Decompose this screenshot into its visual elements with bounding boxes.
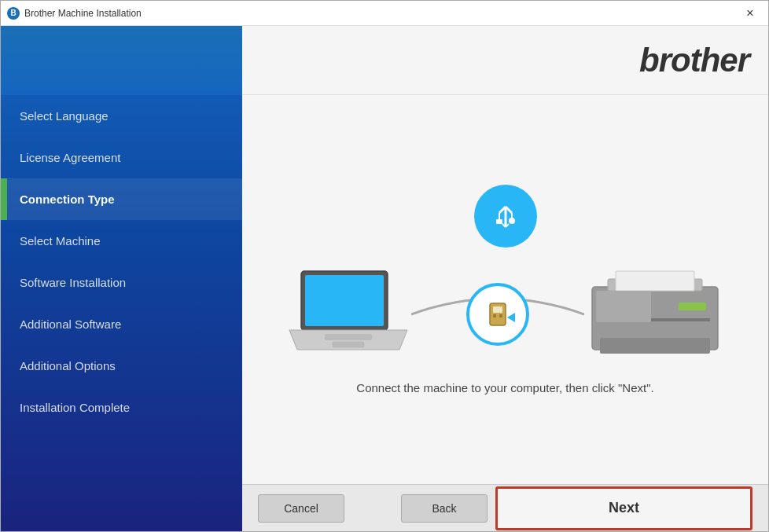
usb-port-icon	[480, 297, 515, 332]
main-window: B Brother Machine Installation × Select …	[0, 0, 769, 532]
svg-rect-12	[333, 342, 364, 347]
brand-logo: brother	[639, 42, 749, 79]
usb-icon-circle	[474, 185, 537, 248]
svg-rect-15	[493, 314, 496, 317]
bottom-right-buttons: Back Next	[401, 486, 752, 530]
usb-connector-circle	[466, 283, 529, 346]
content-area: Select Language License Agreement Connec…	[1, 26, 768, 531]
brand-bar: brother	[242, 26, 768, 95]
sidebar: Select Language License Agreement Connec…	[1, 26, 242, 531]
svg-rect-21	[616, 271, 694, 291]
sidebar-item-select-language[interactable]: Select Language	[1, 95, 242, 137]
close-button[interactable]: ×	[732, 1, 768, 26]
sidebar-nav: Select Language License Agreement Connec…	[1, 95, 242, 531]
svg-marker-17	[507, 313, 515, 322]
svg-rect-22	[679, 303, 706, 310]
next-button[interactable]: Next	[495, 486, 752, 530]
devices-row	[285, 263, 726, 365]
instruction-text: Connect the machine to your computer, th…	[356, 381, 653, 394]
printer-illustration	[584, 263, 726, 365]
main-panel: brother	[242, 26, 768, 531]
sidebar-item-additional-software[interactable]: Additional Software	[1, 303, 242, 345]
svg-rect-10	[305, 275, 384, 326]
main-content: Connect the machine to your computer, th…	[242, 95, 768, 484]
printer-svg	[584, 263, 726, 365]
svg-rect-14	[493, 306, 502, 313]
sidebar-item-select-machine[interactable]: Select Machine	[1, 220, 242, 262]
sidebar-item-additional-options[interactable]: Additional Options	[1, 345, 242, 387]
laptop-illustration	[285, 263, 411, 365]
svg-rect-11	[325, 334, 372, 340]
connection-area	[411, 275, 584, 354]
window-title: Brother Machine Installation	[24, 8, 732, 19]
bottom-bar: Cancel Back Next	[242, 484, 768, 531]
illustration	[285, 185, 726, 365]
sidebar-item-software-installation[interactable]: Software Installation	[1, 262, 242, 303]
svg-point-6	[509, 218, 515, 224]
app-icon: B	[7, 7, 20, 20]
sidebar-item-license-agreement[interactable]: License Agreement	[1, 137, 242, 178]
laptop-svg	[285, 263, 411, 365]
title-bar: B Brother Machine Installation ×	[1, 1, 768, 26]
sidebar-item-installation-complete[interactable]: Installation Complete	[1, 387, 242, 428]
svg-rect-24	[596, 291, 651, 322]
svg-rect-19	[600, 338, 710, 354]
usb-icon	[488, 199, 523, 233]
svg-rect-16	[499, 314, 502, 317]
svg-rect-4	[496, 219, 502, 224]
sidebar-header	[1, 26, 242, 95]
cancel-button[interactable]: Cancel	[258, 494, 344, 523]
back-button[interactable]: Back	[401, 494, 488, 523]
sidebar-item-connection-type[interactable]: Connection Type	[1, 178, 242, 220]
